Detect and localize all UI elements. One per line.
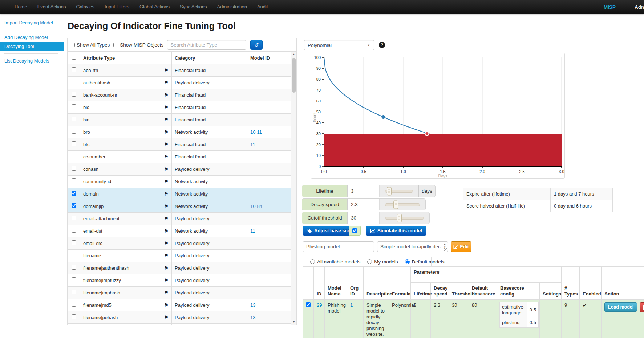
- adjust-base-score-toggle[interactable]: [349, 226, 361, 236]
- attribute-row-checkbox[interactable]: [72, 166, 76, 171]
- sidebar-item-decaying-tool[interactable]: Decaying Tool: [0, 42, 64, 51]
- cutoff-threshold-value[interactable]: 30: [348, 212, 380, 224]
- scope-option-my-models[interactable]: My models: [367, 259, 398, 265]
- load-model-button[interactable]: Load model: [604, 302, 637, 312]
- decay-speed-slider-track[interactable]: [385, 203, 420, 206]
- model-id-link[interactable]: 11: [250, 142, 255, 147]
- sidebar-item-import-decaying-model[interactable]: Import Decaying Model: [0, 18, 64, 27]
- decay-speed-slider-handle[interactable]: [393, 200, 398, 209]
- scope-option-default-models[interactable]: Default models: [405, 259, 445, 265]
- cutoff-threshold-slider-track[interactable]: [385, 217, 424, 220]
- attribute-row-checkbox[interactable]: [72, 104, 76, 109]
- nav-item-input-filters[interactable]: Input Filters: [100, 0, 134, 14]
- nav-item-event-actions[interactable]: Event Actions: [32, 0, 71, 14]
- model-name-input[interactable]: [303, 241, 374, 252]
- attribute-row-checkbox[interactable]: [72, 240, 76, 245]
- decay-speed-value[interactable]: 2.3: [348, 199, 380, 210]
- show-all-types-checkbox[interactable]: [70, 43, 75, 47]
- sidebar-item-list-decaying-models[interactable]: List Decaying Models: [0, 56, 64, 65]
- scrollbar-thumb[interactable]: [292, 58, 296, 93]
- scope-radio[interactable]: [310, 259, 315, 264]
- flag-icon[interactable]: ⚑: [164, 129, 169, 135]
- flag-icon[interactable]: ⚑: [164, 228, 169, 234]
- lifetime-slider[interactable]: [380, 185, 418, 197]
- select-all-checkbox[interactable]: [72, 55, 76, 60]
- attribute-row-checkbox[interactable]: [72, 253, 76, 257]
- flag-icon[interactable]: ⚑: [164, 265, 169, 271]
- model-id-link[interactable]: 11: [250, 228, 255, 234]
- vertical-scrollbar[interactable]: ▲ ▼: [291, 52, 296, 325]
- lifetime-slider-track[interactable]: [385, 190, 413, 193]
- nav-item-audit[interactable]: Audit: [252, 0, 273, 14]
- show-misp-objects-checkbox-label[interactable]: Show MISP Objects: [113, 42, 163, 48]
- flag-icon[interactable]: ⚑: [164, 117, 169, 123]
- model-id-link[interactable]: 10: [250, 129, 255, 135]
- flag-icon[interactable]: ⚑: [164, 154, 169, 160]
- attribute-row-checkbox[interactable]: [72, 302, 76, 307]
- scope-radio[interactable]: [405, 259, 410, 264]
- flag-icon[interactable]: ⚑: [164, 315, 169, 321]
- user-menu[interactable]: Adm: [635, 4, 644, 10]
- resize-grip[interactable]: [444, 248, 447, 251]
- search-attribute-input[interactable]: [167, 40, 246, 50]
- attribute-row-checkbox[interactable]: [72, 67, 76, 72]
- nav-item-administration[interactable]: Administration: [212, 0, 252, 14]
- attribute-row-checkbox[interactable]: [72, 191, 76, 196]
- attribute-row-checkbox[interactable]: [72, 228, 76, 233]
- nav-item-home[interactable]: Home: [9, 0, 32, 14]
- scroll-down-arrow[interactable]: ▼: [291, 319, 296, 325]
- nav-item-galaxies[interactable]: Galaxies: [71, 0, 100, 14]
- refresh-button[interactable]: ↺: [250, 40, 263, 50]
- flag-icon[interactable]: ⚑: [164, 92, 169, 98]
- attribute-row-checkbox[interactable]: [72, 129, 76, 134]
- nav-item-sync-actions[interactable]: Sync Actions: [175, 0, 212, 14]
- model-id-link[interactable]: 13: [250, 302, 255, 308]
- flag-icon[interactable]: ⚑: [164, 290, 169, 296]
- scope-radio[interactable]: [367, 259, 372, 264]
- flag-icon[interactable]: ⚑: [164, 80, 169, 86]
- attribute-row-checkbox[interactable]: [72, 203, 76, 208]
- decay-chart[interactable]: 01020304050607080901000.00.51.01.52.02.5…: [311, 53, 565, 179]
- simulate-model-button[interactable]: Simulate this model: [366, 226, 426, 236]
- scope-option-all-available-models[interactable]: All available models: [310, 259, 360, 265]
- model-description-textarea[interactable]: Simple model to rapidly decay ▲ ▼: [377, 241, 448, 252]
- help-icon[interactable]: ?: [379, 42, 385, 48]
- edit-model-button[interactable]: Edit: [451, 241, 471, 252]
- attribute-row-checkbox[interactable]: [72, 290, 76, 294]
- model-id-link[interactable]: 84: [257, 204, 262, 209]
- flag-icon[interactable]: ⚑: [164, 68, 169, 73]
- disable-model-button[interactable]: [640, 302, 644, 312]
- show-misp-objects-checkbox[interactable]: [113, 43, 118, 47]
- org-id-link[interactable]: 1: [350, 302, 353, 308]
- attribute-row-checkbox[interactable]: [72, 216, 76, 220]
- model-id-link[interactable]: 10: [250, 204, 255, 209]
- model-id-link[interactable]: 11: [257, 129, 262, 135]
- misp-brand-link[interactable]: MISP: [604, 4, 616, 10]
- flag-icon[interactable]: ⚑: [164, 166, 169, 172]
- scroll-up-arrow[interactable]: ▲: [291, 52, 296, 57]
- attribute-row-checkbox[interactable]: [72, 141, 76, 146]
- flag-icon[interactable]: ⚑: [164, 142, 169, 148]
- flag-icon[interactable]: ⚑: [164, 204, 169, 209]
- attribute-row-checkbox[interactable]: [72, 154, 76, 158]
- formula-select[interactable]: Polynomial ▼: [304, 40, 374, 50]
- sidebar-item-add-decaying-model[interactable]: Add Decaying Model: [0, 33, 64, 42]
- model-id-link[interactable]: 29: [317, 302, 322, 308]
- flag-icon[interactable]: ⚑: [164, 216, 169, 222]
- flag-icon[interactable]: ⚑: [164, 302, 169, 308]
- flag-icon[interactable]: ⚑: [164, 241, 169, 246]
- attribute-row-checkbox[interactable]: [72, 277, 76, 282]
- flag-icon[interactable]: ⚑: [164, 191, 169, 197]
- flag-icon[interactable]: ⚑: [164, 105, 169, 110]
- attribute-row-checkbox[interactable]: [72, 92, 76, 97]
- attribute-row-checkbox[interactable]: [72, 265, 76, 270]
- cutoff-threshold-slider-handle[interactable]: [397, 214, 402, 222]
- attribute-row-checkbox[interactable]: [72, 314, 76, 319]
- model-row-checkbox[interactable]: [306, 302, 311, 307]
- flag-icon[interactable]: ⚑: [164, 179, 169, 185]
- show-all-types-checkbox-label[interactable]: Show All Types: [70, 42, 110, 48]
- flag-icon[interactable]: ⚑: [164, 278, 169, 283]
- lifetime-slider-handle[interactable]: [387, 187, 392, 195]
- attribute-row-checkbox[interactable]: [72, 117, 76, 121]
- adjust-base-score-checkbox[interactable]: [352, 228, 357, 233]
